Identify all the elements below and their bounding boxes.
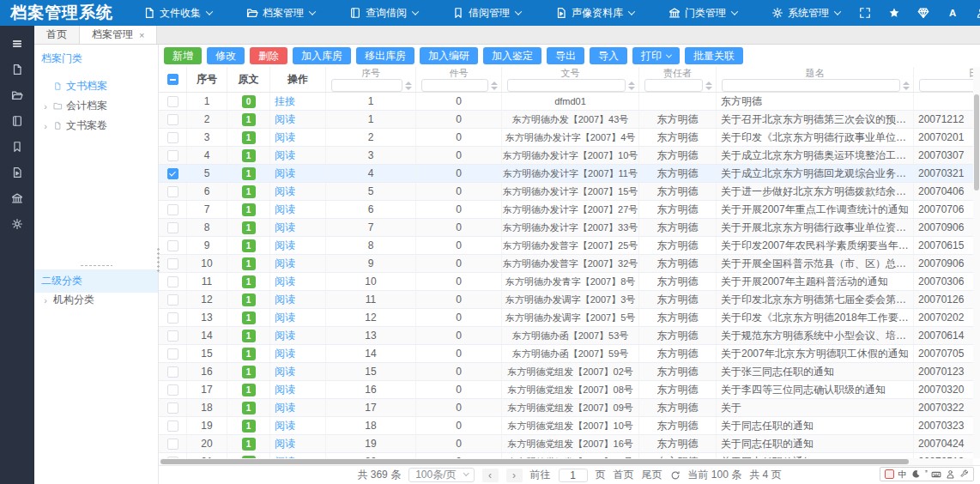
table-row[interactable]: 191阅读180东方明德党组发【2007】10号东方明德关于同志任职的通知200… bbox=[159, 417, 973, 435]
table-row[interactable]: 111阅读100东方明德办发青字【2007】8号东方明德关于开展2007年主题科… bbox=[159, 273, 973, 291]
row-checkbox[interactable] bbox=[167, 366, 178, 378]
filter-input-日期[interactable] bbox=[919, 79, 973, 92]
operation-link[interactable]: 阅读 bbox=[275, 275, 295, 289]
next-page-button[interactable]: › bbox=[506, 469, 523, 482]
font-size-icon[interactable]: A bbox=[945, 5, 960, 21]
vertical-scrollbar-thumb[interactable] bbox=[974, 94, 979, 191]
rail-archive-icon[interactable] bbox=[0, 82, 34, 108]
operation-link[interactable]: 阅读 bbox=[275, 221, 295, 235]
sort-toggle[interactable] bbox=[405, 82, 412, 90]
ime-punctuation-toggle[interactable]: ’’ bbox=[925, 470, 927, 479]
table-row[interactable]: 131阅读120东方明德办发调字【2007】5号东方明德关于印发《北京东方明德2… bbox=[159, 309, 973, 327]
toolbar-button-加入编研[interactable]: 加入编研 bbox=[420, 47, 478, 64]
rail-system-icon[interactable] bbox=[0, 211, 34, 237]
top-menu-item-门类管理[interactable]: 门类管理 bbox=[651, 0, 754, 26]
row-checkbox[interactable] bbox=[167, 312, 178, 324]
table-row[interactable]: 31阅读20东方明德办发计字【2007】4号东方明德关于印发《北京东方明德行政事… bbox=[159, 129, 973, 147]
row-checkbox[interactable] bbox=[167, 439, 178, 450]
panel-splitter[interactable] bbox=[34, 261, 158, 269]
filter-input-责任者[interactable] bbox=[644, 79, 703, 92]
tab-首页[interactable]: 首页 bbox=[34, 26, 80, 44]
row-checkbox[interactable] bbox=[167, 186, 178, 197]
operation-link[interactable]: 阅读 bbox=[275, 365, 295, 379]
operation-link[interactable]: 阅读 bbox=[275, 203, 295, 217]
filter-input-序号[interactable] bbox=[331, 79, 402, 92]
tree-caret-icon[interactable]: › bbox=[41, 295, 50, 306]
row-checkbox[interactable] bbox=[167, 294, 178, 306]
row-checkbox[interactable] bbox=[167, 402, 178, 414]
tree-item-会计档案[interactable]: ›会计档案 bbox=[34, 96, 158, 116]
operation-link[interactable]: 阅读 bbox=[275, 347, 295, 361]
sort-toggle[interactable] bbox=[491, 82, 498, 90]
table-row[interactable]: 91阅读80东方明德办发普字【2007】25号东方明德关于印发2007年农民科学… bbox=[159, 237, 973, 255]
top-menu-item-声像资料库[interactable]: 声像资料库 bbox=[538, 0, 651, 26]
row-checkbox[interactable] bbox=[167, 240, 178, 251]
top-menu-item-查询借阅[interactable]: 查询借阅 bbox=[332, 0, 435, 26]
top-menu-item-借阅管理[interactable]: 借阅管理 bbox=[435, 0, 538, 26]
rail-borrow-icon[interactable] bbox=[0, 134, 34, 160]
top-menu-item-系统管理[interactable]: 系统管理 bbox=[754, 0, 857, 26]
row-checkbox[interactable] bbox=[167, 96, 178, 107]
soft-keyboard-icon[interactable] bbox=[931, 469, 941, 480]
page-size-select[interactable]: 100条/页 bbox=[408, 468, 474, 482]
operation-link[interactable]: 阅读 bbox=[275, 239, 295, 253]
filter-input-件号[interactable] bbox=[421, 79, 488, 92]
tree-item-机构分类[interactable]: ›机构分类 bbox=[34, 290, 158, 310]
toolbar-button-移出库房[interactable]: 移出库房 bbox=[356, 47, 414, 64]
top-menu-item-文件收集[interactable]: 文件收集 bbox=[126, 0, 229, 26]
sort-toggle[interactable] bbox=[903, 82, 910, 90]
row-checkbox[interactable] bbox=[167, 348, 178, 360]
toolbar-button-导入[interactable]: 导入 bbox=[590, 47, 627, 64]
rail-media-icon[interactable] bbox=[0, 160, 34, 185]
table-row[interactable]: 71阅读60东方明德办发计字【2007】27号东方明德关于开展2007年重点工作… bbox=[159, 201, 973, 219]
prev-page-button[interactable]: ‹ bbox=[482, 469, 499, 482]
operation-link[interactable]: 阅读 bbox=[275, 437, 295, 451]
row-checkbox[interactable] bbox=[167, 330, 178, 342]
first-page-link[interactable]: 首页 bbox=[614, 468, 634, 482]
toolbar-button-删除[interactable]: 删除 bbox=[250, 47, 287, 64]
ime-logo-icon[interactable] bbox=[885, 469, 894, 479]
tree-caret-icon[interactable]: › bbox=[41, 101, 50, 112]
row-checkbox[interactable] bbox=[167, 150, 178, 161]
top-menu-item-档案管理[interactable]: 档案管理 bbox=[229, 0, 332, 26]
table-row[interactable]: 161阅读150东方明德党组发【2007】02号东方明德关于张三同志任职的通知2… bbox=[159, 363, 973, 381]
operation-link[interactable]: 阅读 bbox=[275, 383, 295, 397]
tree-item-文书案卷[interactable]: ›文书案卷 bbox=[34, 116, 158, 136]
operation-link[interactable]: 阅读 bbox=[275, 185, 295, 199]
table-row[interactable]: 121阅读110东方明德办发调字【2007】3号东方明德关于印发北京东方明德第七… bbox=[159, 291, 973, 309]
toolbar-button-打印[interactable]: 打印 bbox=[632, 47, 680, 64]
refresh-icon[interactable] bbox=[670, 470, 681, 481]
table-row[interactable]: 51阅读40东方明德办发计字【2007】11号东方明德关于成立北京东方明德回龙观… bbox=[159, 165, 973, 183]
theme-icon[interactable] bbox=[916, 5, 931, 21]
horizontal-scrollbar-thumb[interactable] bbox=[160, 459, 909, 464]
operation-link[interactable]: 阅读 bbox=[275, 419, 295, 433]
row-checkbox[interactable] bbox=[167, 114, 178, 125]
panel-resize-handle[interactable] bbox=[157, 247, 160, 273]
toolbar-button-修改[interactable]: 修改 bbox=[207, 47, 245, 64]
operation-link[interactable]: 阅读 bbox=[275, 257, 295, 271]
table-row[interactable]: 201阅读190东方明德党组发【2007】16号东方明德关于同志任职的通知200… bbox=[159, 435, 973, 453]
sort-toggle[interactable] bbox=[705, 82, 712, 90]
ime-settings-icon[interactable] bbox=[959, 469, 969, 479]
fullscreen-icon[interactable] bbox=[857, 5, 873, 21]
toolbar-button-批量关联[interactable]: 批量关联 bbox=[685, 47, 743, 64]
table-row[interactable]: 101阅读90东方明德办发普字【2007】32号东方明德关于开展全国科普示范县（… bbox=[159, 255, 973, 273]
operation-link[interactable]: 阅读 bbox=[275, 148, 295, 163]
row-checkbox[interactable] bbox=[167, 204, 178, 215]
half-width-moon-icon[interactable] bbox=[911, 469, 921, 479]
toolbar-button-新增[interactable]: 新增 bbox=[164, 47, 202, 64]
operation-link[interactable]: 阅读 bbox=[275, 293, 295, 307]
select-all-checkbox[interactable] bbox=[167, 74, 178, 85]
operation-link[interactable]: 阅读 bbox=[275, 329, 295, 343]
row-checkbox[interactable] bbox=[167, 222, 178, 233]
operation-link[interactable]: 阅读 bbox=[275, 112, 295, 127]
tree-item-文书档案[interactable]: 文书档案 bbox=[34, 76, 158, 96]
row-checkbox[interactable] bbox=[167, 276, 178, 287]
sort-toggle[interactable] bbox=[628, 82, 635, 90]
table-row[interactable]: 141阅读130东方明德办函【2007】53号东方明德关于规范东方明德系统中小型… bbox=[159, 327, 973, 345]
table-row[interactable]: 181阅读170东方明德党组发【2007】09号东方明德关于20070322 bbox=[159, 399, 973, 417]
row-checkbox[interactable] bbox=[167, 384, 178, 396]
tab-档案管理[interactable]: 档案管理× bbox=[80, 26, 157, 44]
filter-input-题名[interactable] bbox=[722, 79, 900, 92]
row-checkbox[interactable] bbox=[167, 168, 178, 179]
